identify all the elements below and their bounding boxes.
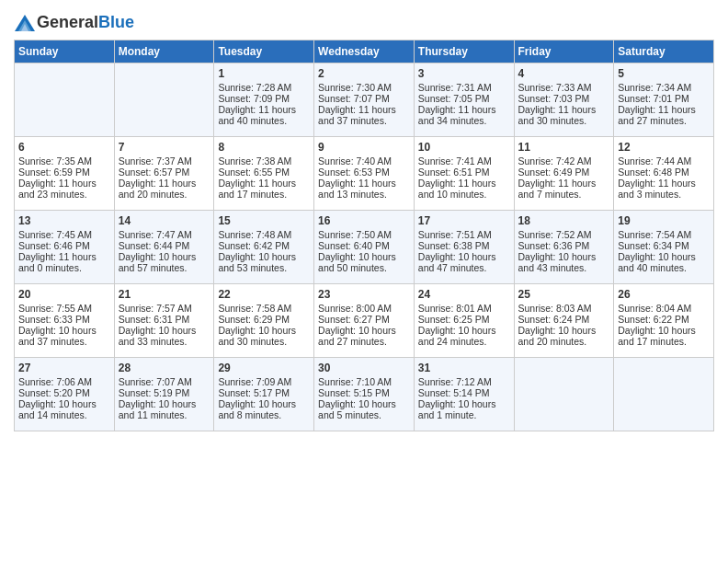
calendar-cell: 21Sunrise: 7:57 AMSunset: 6:31 PMDayligh… xyxy=(114,284,214,358)
day-number: 30 xyxy=(318,362,410,374)
day-info: Daylight: 11 hours and 17 minutes. xyxy=(218,178,310,200)
day-info: Sunrise: 7:48 AM xyxy=(218,229,310,240)
day-number: 25 xyxy=(518,288,610,301)
day-number: 29 xyxy=(218,362,310,374)
logo-blue: Blue xyxy=(98,13,134,31)
day-info: Daylight: 10 hours and 53 minutes. xyxy=(218,251,310,273)
day-number: 27 xyxy=(18,362,110,374)
day-info: Sunset: 6:57 PM xyxy=(119,167,210,178)
day-info: Sunrise: 7:07 AM xyxy=(119,376,210,387)
day-info: Sunrise: 7:09 AM xyxy=(218,376,310,387)
col-header-thursday: Thursday xyxy=(414,40,514,63)
logo-icon xyxy=(15,15,35,31)
day-info: Sunrise: 7:44 AM xyxy=(618,155,710,167)
calendar-cell: 28Sunrise: 7:07 AMSunset: 5:19 PMDayligh… xyxy=(114,358,214,431)
day-info: Sunset: 6:40 PM xyxy=(318,240,410,251)
calendar-cell: 20Sunrise: 7:55 AMSunset: 6:33 PMDayligh… xyxy=(15,284,115,358)
week-row-1: 1Sunrise: 7:28 AMSunset: 7:09 PMDaylight… xyxy=(15,63,714,137)
day-info: Sunrise: 7:35 AM xyxy=(18,155,110,167)
calendar-cell: 22Sunrise: 7:58 AMSunset: 6:29 PMDayligh… xyxy=(214,284,314,358)
day-info: Daylight: 10 hours and 30 minutes. xyxy=(218,325,310,347)
calendar-cell: 24Sunrise: 8:01 AMSunset: 6:25 PMDayligh… xyxy=(414,284,514,358)
day-info: Daylight: 10 hours and 50 minutes. xyxy=(318,251,410,273)
day-info: Sunrise: 7:54 AM xyxy=(618,229,710,240)
day-info: Sunrise: 8:00 AM xyxy=(318,303,410,314)
day-info: Daylight: 11 hours and 37 minutes. xyxy=(318,104,410,126)
day-info: Sunset: 6:25 PM xyxy=(418,314,510,325)
day-info: Sunset: 6:48 PM xyxy=(618,167,710,178)
day-info: Daylight: 11 hours and 10 minutes. xyxy=(418,178,510,200)
calendar-cell: 13Sunrise: 7:45 AMSunset: 6:46 PMDayligh… xyxy=(15,211,115,284)
week-row-5: 27Sunrise: 7:06 AMSunset: 5:20 PMDayligh… xyxy=(15,358,714,431)
day-number: 8 xyxy=(218,141,310,154)
day-info: Sunset: 7:03 PM xyxy=(518,93,610,104)
calendar-cell: 26Sunrise: 8:04 AMSunset: 6:22 PMDayligh… xyxy=(614,284,714,358)
calendar-cell: 15Sunrise: 7:48 AMSunset: 6:42 PMDayligh… xyxy=(214,211,314,284)
col-header-saturday: Saturday xyxy=(614,40,714,63)
day-info: Sunset: 7:09 PM xyxy=(218,93,310,104)
day-info: Daylight: 10 hours and 47 minutes. xyxy=(418,251,510,273)
day-info: Daylight: 11 hours and 13 minutes. xyxy=(318,178,410,200)
day-number: 5 xyxy=(618,67,710,80)
col-header-friday: Friday xyxy=(514,40,614,63)
day-info: Sunrise: 7:30 AM xyxy=(318,82,410,93)
calendar-cell: 17Sunrise: 7:51 AMSunset: 6:38 PMDayligh… xyxy=(414,211,514,284)
week-row-2: 6Sunrise: 7:35 AMSunset: 6:59 PMDaylight… xyxy=(15,137,714,211)
calendar-cell: 6Sunrise: 7:35 AMSunset: 6:59 PMDaylight… xyxy=(15,137,115,211)
col-header-tuesday: Tuesday xyxy=(214,40,314,63)
day-info: Sunset: 6:27 PM xyxy=(318,314,410,325)
day-info: Daylight: 11 hours and 27 minutes. xyxy=(618,104,710,126)
calendar-cell: 25Sunrise: 8:03 AMSunset: 6:24 PMDayligh… xyxy=(514,284,614,358)
week-row-4: 20Sunrise: 7:55 AMSunset: 6:33 PMDayligh… xyxy=(15,284,714,358)
header-row: SundayMondayTuesdayWednesdayThursdayFrid… xyxy=(15,40,714,63)
logo: GeneralBlue xyxy=(14,13,134,32)
day-number: 3 xyxy=(418,67,510,80)
day-number: 17 xyxy=(418,214,510,227)
day-info: Sunset: 6:51 PM xyxy=(418,167,510,178)
day-number: 31 xyxy=(418,362,510,374)
day-info: Sunrise: 7:41 AM xyxy=(418,155,510,167)
header: GeneralBlue xyxy=(14,9,714,32)
day-info: Daylight: 10 hours and 11 minutes. xyxy=(119,398,210,420)
day-info: Daylight: 11 hours and 34 minutes. xyxy=(418,104,510,126)
day-info: Sunset: 5:15 PM xyxy=(318,387,410,398)
day-info: Daylight: 11 hours and 20 minutes. xyxy=(119,178,210,200)
day-info: Sunrise: 8:01 AM xyxy=(418,303,510,314)
day-info: Sunrise: 7:45 AM xyxy=(18,229,110,240)
day-info: Sunrise: 7:10 AM xyxy=(318,376,410,387)
calendar-cell: 30Sunrise: 7:10 AMSunset: 5:15 PMDayligh… xyxy=(314,358,415,431)
day-info: Sunrise: 7:37 AM xyxy=(119,155,210,167)
day-number: 18 xyxy=(518,214,610,227)
calendar-cell: 5Sunrise: 7:34 AMSunset: 7:01 PMDaylight… xyxy=(614,63,714,137)
day-info: Daylight: 11 hours and 30 minutes. xyxy=(518,104,610,126)
calendar-cell: 14Sunrise: 7:47 AMSunset: 6:44 PMDayligh… xyxy=(114,211,214,284)
calendar-cell: 1Sunrise: 7:28 AMSunset: 7:09 PMDaylight… xyxy=(214,63,314,137)
day-info: Daylight: 11 hours and 0 minutes. xyxy=(18,251,110,273)
day-info: Sunset: 6:46 PM xyxy=(18,240,110,251)
day-number: 23 xyxy=(318,288,410,301)
day-info: Sunrise: 7:51 AM xyxy=(418,229,510,240)
calendar-cell: 11Sunrise: 7:42 AMSunset: 6:49 PMDayligh… xyxy=(514,137,614,211)
day-info: Daylight: 11 hours and 40 minutes. xyxy=(218,104,310,126)
day-info: Sunrise: 7:42 AM xyxy=(518,155,610,167)
calendar-cell: 23Sunrise: 8:00 AMSunset: 6:27 PMDayligh… xyxy=(314,284,415,358)
day-info: Daylight: 11 hours and 7 minutes. xyxy=(518,178,610,200)
day-info: Sunrise: 7:52 AM xyxy=(518,229,610,240)
calendar-cell: 16Sunrise: 7:50 AMSunset: 6:40 PMDayligh… xyxy=(314,211,415,284)
day-number: 13 xyxy=(18,214,110,227)
col-header-wednesday: Wednesday xyxy=(314,40,415,63)
col-header-sunday: Sunday xyxy=(15,40,115,63)
calendar-cell xyxy=(514,358,614,431)
day-number: 2 xyxy=(318,67,410,80)
day-info: Sunset: 6:59 PM xyxy=(18,167,110,178)
day-info: Daylight: 10 hours and 20 minutes. xyxy=(518,325,610,347)
calendar-cell: 19Sunrise: 7:54 AMSunset: 6:34 PMDayligh… xyxy=(614,211,714,284)
day-number: 21 xyxy=(119,288,210,301)
calendar-cell: 4Sunrise: 7:33 AMSunset: 7:03 PMDaylight… xyxy=(514,63,614,137)
calendar-cell xyxy=(614,358,714,431)
calendar-cell xyxy=(15,63,115,137)
day-info: Sunset: 7:01 PM xyxy=(618,93,710,104)
day-info: Daylight: 10 hours and 14 minutes. xyxy=(18,398,110,420)
day-number: 10 xyxy=(418,141,510,154)
day-number: 9 xyxy=(318,141,410,154)
